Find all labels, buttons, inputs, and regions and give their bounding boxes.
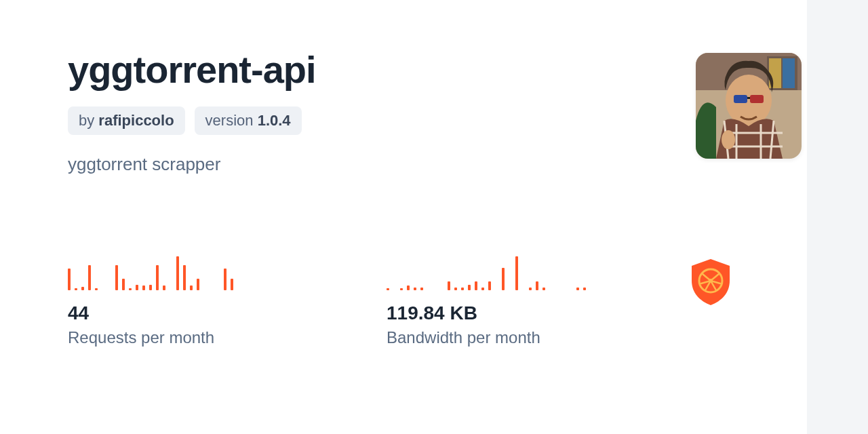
package-title: yggtorrent-api: [68, 47, 739, 92]
stat-requests: 44 Requests per month: [68, 250, 359, 347]
spark-bar: [88, 265, 91, 290]
spark-bar: [468, 285, 471, 290]
version-badge[interactable]: version 1.0.4: [195, 106, 302, 135]
spark-bar: [129, 288, 132, 290]
spark-bar: [542, 288, 545, 290]
spark-bar: [115, 265, 118, 290]
requests-sparkline: [68, 250, 359, 290]
spark-bar: [400, 288, 403, 290]
spark-bar: [515, 256, 518, 290]
spark-bar: [75, 288, 77, 290]
spark-bar: [176, 256, 179, 290]
spark-bar: [149, 285, 152, 290]
bandwidth-value: 119.84 KB: [387, 302, 678, 324]
spark-bar: [197, 279, 199, 290]
package-card: yggtorrent-api by rafipiccolo version 1.…: [0, 0, 807, 347]
spark-bar: [536, 281, 538, 290]
version-number: 1.0.4: [258, 112, 291, 129]
spark-bar: [163, 285, 165, 290]
spark-bar: [576, 288, 579, 290]
stats-row: 44 Requests per month 119.84 KB Bandwidt…: [68, 250, 739, 347]
spark-bar: [122, 279, 125, 290]
avatar-image: [696, 53, 802, 159]
svg-point-9: [722, 130, 735, 149]
spark-bar: [583, 288, 586, 290]
avatar[interactable]: [696, 53, 802, 159]
stat-bandwidth: 119.84 KB Bandwidth per month: [387, 250, 678, 347]
spark-bar: [224, 269, 226, 290]
spark-bar: [529, 288, 532, 290]
spark-bar: [448, 281, 450, 290]
spark-bar: [461, 288, 464, 290]
spark-bar: [95, 288, 98, 290]
badge-row: by rafipiccolo version 1.0.4: [68, 106, 739, 135]
right-rail: [807, 0, 868, 434]
spark-bar: [68, 269, 71, 290]
spark-bar: [475, 281, 477, 290]
spark-bar: [231, 279, 233, 290]
requests-value: 44: [68, 302, 359, 324]
author-prefix: by: [79, 112, 98, 129]
spark-bar: [156, 265, 159, 290]
svg-rect-4: [783, 58, 795, 88]
shield-icon: [689, 258, 732, 307]
author-badge[interactable]: by rafipiccolo: [68, 106, 185, 135]
spark-bar: [387, 288, 389, 290]
version-prefix: version: [205, 112, 258, 129]
svg-rect-7: [750, 95, 764, 103]
spark-bar: [488, 281, 491, 290]
spark-bar: [454, 288, 457, 290]
spark-bar: [190, 285, 193, 290]
spark-bar: [420, 288, 423, 290]
spark-bar: [136, 285, 138, 290]
svg-rect-8: [747, 97, 750, 99]
spark-bar: [142, 285, 145, 290]
bandwidth-sparkline: [387, 250, 678, 290]
spark-bar: [414, 288, 416, 290]
bandwidth-label: Bandwidth per month: [387, 328, 678, 347]
spark-bar: [407, 285, 410, 290]
spark-bar: [81, 287, 84, 290]
svg-rect-6: [734, 95, 747, 103]
requests-label: Requests per month: [68, 328, 359, 347]
spark-bar: [502, 268, 505, 290]
author-name: rafipiccolo: [98, 112, 174, 129]
spark-bar: [183, 265, 186, 290]
svg-point-11: [709, 279, 713, 283]
spark-bar: [481, 288, 484, 290]
package-description: yggtorrent scrapper: [68, 154, 739, 175]
